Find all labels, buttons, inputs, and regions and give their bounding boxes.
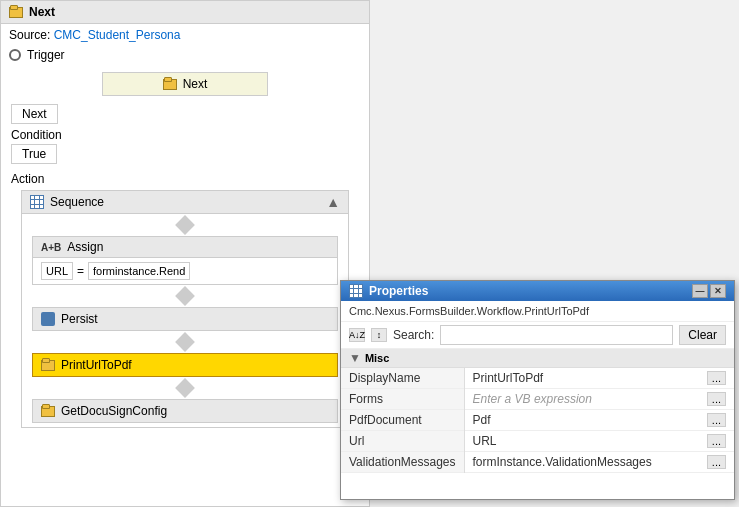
ellipsis-button[interactable]: ... bbox=[707, 371, 726, 385]
sequence-block: Sequence ▲ A+B Assign URL = forminstance… bbox=[21, 190, 349, 428]
next-tag-label: Next bbox=[22, 107, 47, 121]
docu-block[interactable]: GetDocuSignConfig bbox=[32, 399, 338, 423]
titlebar-buttons: — ✕ bbox=[692, 284, 726, 298]
condition-label: Condition bbox=[11, 128, 359, 142]
trigger-line: Trigger bbox=[1, 46, 369, 64]
class-name: Cmc.Nexus.FormsBuilder.Workflow.PrintUrl… bbox=[341, 301, 734, 322]
ellipsis-button[interactable]: ... bbox=[707, 455, 726, 469]
ellipsis-button[interactable]: ... bbox=[707, 413, 726, 427]
condition-block: Next Condition True bbox=[11, 104, 359, 168]
table-row: DisplayNamePrintUrlToPdf... bbox=[341, 368, 734, 389]
clear-button[interactable]: Clear bbox=[679, 325, 726, 345]
prop-name: ValidationMessages bbox=[341, 452, 464, 473]
print-folder-icon bbox=[41, 360, 55, 371]
sequence-title: Sequence bbox=[30, 195, 104, 209]
sequence-header: Sequence ▲ bbox=[22, 191, 348, 214]
workflow-title: Next bbox=[29, 5, 55, 19]
ellipsis-button[interactable]: ... bbox=[707, 434, 726, 448]
misc-header: ▼ Misc bbox=[341, 349, 734, 368]
assign-header: A+B Assign bbox=[33, 237, 337, 258]
docu-label: GetDocuSignConfig bbox=[61, 404, 167, 418]
properties-panel: Properties — ✕ Cmc.Nexus.FormsBuilder.Wo… bbox=[340, 280, 735, 500]
assign-eq: = bbox=[77, 264, 84, 278]
sort-icon[interactable]: ↕ bbox=[371, 328, 387, 342]
persist-icon bbox=[41, 312, 55, 326]
prop-value[interactable]: formInstance.ValidationMessages... bbox=[464, 452, 734, 473]
search-input[interactable] bbox=[440, 325, 673, 345]
prop-name: DisplayName bbox=[341, 368, 464, 389]
table-row: FormsEnter a VB expression... bbox=[341, 389, 734, 410]
next-action-button[interactable]: Next bbox=[102, 72, 269, 96]
prop-value[interactable]: Pdf... bbox=[464, 410, 734, 431]
prop-value[interactable]: URL... bbox=[464, 431, 734, 452]
prop-value[interactable]: Enter a VB expression... bbox=[464, 389, 734, 410]
persist-block[interactable]: Persist bbox=[32, 307, 338, 331]
sort-az-icon[interactable]: A↓Z bbox=[349, 328, 365, 342]
misc-expand-icon[interactable]: ▼ bbox=[349, 351, 361, 365]
assign-value[interactable]: forminstance.Rend bbox=[88, 262, 190, 280]
close-button[interactable]: ✕ bbox=[710, 284, 726, 298]
diamond-2 bbox=[175, 286, 195, 306]
properties-title: Properties bbox=[369, 284, 428, 298]
props-grid-icon bbox=[349, 284, 363, 298]
workflow-folder-icon bbox=[9, 7, 23, 18]
diamond-3 bbox=[175, 332, 195, 352]
minimize-button[interactable]: — bbox=[692, 284, 708, 298]
prop-name: Url bbox=[341, 431, 464, 452]
sequence-expand-btn[interactable]: ▲ bbox=[326, 194, 340, 210]
sequence-grid-icon bbox=[30, 195, 44, 209]
prop-name: Forms bbox=[341, 389, 464, 410]
diamond-1 bbox=[175, 215, 195, 235]
workflow-area: Next Source: CMC_Student_Persona Trigger… bbox=[0, 0, 370, 507]
action-label: Action bbox=[11, 172, 359, 186]
source-name[interactable]: CMC_Student_Persona bbox=[54, 28, 181, 42]
table-row: ValidationMessagesformInstance.Validatio… bbox=[341, 452, 734, 473]
properties-table: DisplayNamePrintUrlToPdf...FormsEnter a … bbox=[341, 368, 734, 473]
ab-icon: A+B bbox=[41, 242, 61, 253]
diamond-4 bbox=[175, 378, 195, 398]
print-block[interactable]: PrintUrlToPdf bbox=[32, 353, 338, 377]
ellipsis-button[interactable]: ... bbox=[707, 392, 726, 406]
assign-row: URL = forminstance.Rend bbox=[33, 258, 337, 284]
persist-label: Persist bbox=[61, 312, 98, 326]
trigger-radio[interactable] bbox=[9, 49, 21, 61]
condition-value: True bbox=[11, 144, 57, 164]
properties-titlebar: Properties — ✕ bbox=[341, 281, 734, 301]
trigger-label: Trigger bbox=[27, 48, 65, 62]
table-row: UrlURL... bbox=[341, 431, 734, 452]
table-row: PdfDocumentPdf... bbox=[341, 410, 734, 431]
source-label: Source: bbox=[9, 28, 50, 42]
next-folder-icon bbox=[163, 79, 177, 90]
assign-block: A+B Assign URL = forminstance.Rend bbox=[32, 236, 338, 285]
prop-name: PdfDocument bbox=[341, 410, 464, 431]
print-label: PrintUrlToPdf bbox=[61, 358, 132, 372]
search-label: Search: bbox=[393, 328, 434, 342]
assign-label: Assign bbox=[67, 240, 103, 254]
docu-folder-icon bbox=[41, 406, 55, 417]
assign-url[interactable]: URL bbox=[41, 262, 73, 280]
next-button-container: Next bbox=[21, 72, 349, 96]
props-toolbar: A↓Z ↕ Search: Clear bbox=[341, 322, 734, 349]
prop-value[interactable]: PrintUrlToPdf... bbox=[464, 368, 734, 389]
source-line: Source: CMC_Student_Persona bbox=[1, 24, 369, 46]
workflow-header: Next bbox=[1, 1, 369, 24]
next-button-label: Next bbox=[183, 77, 208, 91]
next-tag: Next bbox=[11, 104, 58, 124]
sequence-label: Sequence bbox=[50, 195, 104, 209]
misc-label: Misc bbox=[365, 352, 389, 364]
